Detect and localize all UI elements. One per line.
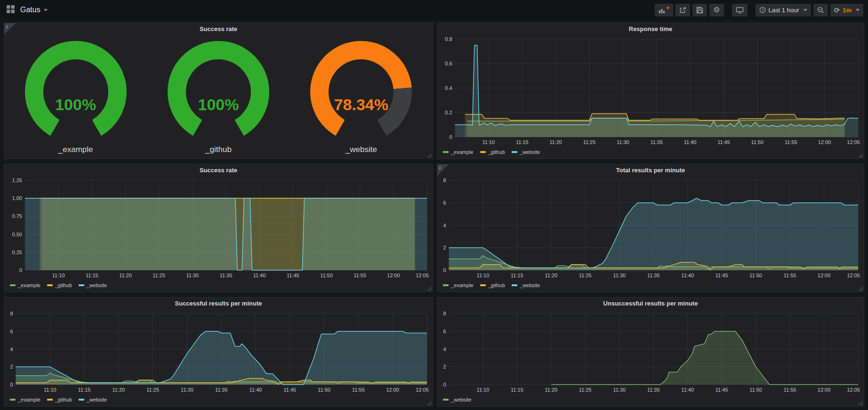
y-axis-label: 6 [10, 329, 13, 334]
x-axis-label: 11:55 [352, 387, 365, 393]
y-axis-label: 8 [443, 177, 446, 183]
legend-label: _example [18, 282, 40, 288]
refresh-interval-label: 1m [843, 7, 852, 14]
settings-button[interactable]: ⚙ [709, 4, 723, 16]
legend-item-_website[interactable]: _website [512, 282, 540, 288]
navbar-left: Gatus [0, 5, 48, 15]
gauge-value: 78.34% [310, 96, 412, 114]
panel-title[interactable]: Unsuccessful results per minute [437, 297, 864, 309]
legend-swatch [79, 284, 84, 286]
y-axis-label: 0.50 [12, 232, 22, 237]
zoom-out-button[interactable] [813, 4, 828, 16]
y-axis-label: 2 [443, 245, 446, 250]
dashboard-grid-icon[interactable] [7, 5, 15, 15]
y-axis-label: 8 [443, 311, 446, 316]
y-axis-label: 6 [443, 329, 446, 334]
panel-resize-handle[interactable] [427, 287, 431, 290]
x-axis-label: 12:05 [847, 387, 860, 393]
legend-item-_website[interactable]: _website [79, 397, 107, 402]
time-range-button[interactable]: Last 1 hour [755, 4, 811, 16]
legend-item-_github[interactable]: _github [480, 149, 505, 155]
chart-canvas[interactable]: 0246811:1011:1511:2011:2511:3011:3511:40… [439, 309, 862, 394]
legend-item-_github[interactable]: _github [47, 397, 72, 402]
tv-mode-button[interactable] [732, 4, 747, 16]
legend-label: _website [87, 397, 107, 402]
panel-success-rate-gauges: i Success rate 100% _example 100% _githu… [4, 23, 433, 159]
x-axis-label: 11:50 [320, 273, 333, 278]
x-axis-label: 11:15 [78, 387, 91, 393]
panel-title[interactable]: Total results per minute [437, 164, 864, 176]
chart-area[interactable]: 0246811:1011:1511:2011:2511:3011:3511:40… [439, 176, 862, 280]
y-axis-label: 0.25 [12, 249, 22, 255]
save-button[interactable] [692, 4, 707, 16]
panel-resize-handle[interactable] [427, 401, 431, 405]
legend-label: _website [520, 149, 540, 155]
panel-resize-handle[interactable] [859, 153, 862, 157]
gauge-arc: 78.34% [310, 41, 412, 143]
chart-area[interactable]: 00.250.500.751.001.2511:1011:1511:2011:2… [6, 176, 431, 280]
panel-resize-handle[interactable] [859, 401, 862, 405]
y-axis-label: 4 [443, 346, 446, 352]
x-axis-label: 12:05 [416, 387, 429, 393]
time-range-caret-icon [804, 9, 807, 11]
legend-item-_github[interactable]: _github [47, 282, 72, 288]
panel-title[interactable]: Success rate [4, 23, 433, 34]
chart-canvas[interactable]: 0246811:1011:1511:2011:2511:3011:3511:40… [439, 176, 862, 280]
dashboard-title[interactable]: Gatus [20, 6, 40, 14]
legend-label: _github [488, 149, 505, 155]
chart-area[interactable]: 0246811:1011:1511:2011:2511:3011:3511:40… [6, 309, 431, 394]
panel-title[interactable]: Response time [437, 23, 864, 34]
panel-info-icon[interactable]: i [4, 23, 16, 34]
x-axis-label: 11:50 [751, 139, 764, 145]
legend-item-_website[interactable]: _website [512, 149, 540, 155]
x-axis-label: 11:10 [482, 139, 495, 145]
legend-item-_example[interactable]: _example [10, 282, 40, 288]
x-axis-label: 11:25 [579, 273, 592, 278]
add-panel-button[interactable]: + [655, 4, 674, 16]
panel-resize-handle[interactable] [859, 287, 862, 290]
y-axis-label: 8 [10, 311, 13, 316]
legend-swatch [10, 399, 16, 401]
chart-area[interactable]: 0246811:1011:1511:2011:2511:3011:3511:40… [439, 309, 862, 394]
share-button[interactable] [675, 4, 690, 16]
chart-canvas[interactable]: 00.20.40.60.811:1011:1511:2011:2511:3011… [439, 34, 862, 146]
legend-label: _github [488, 282, 505, 288]
legend-item-_example[interactable]: _example [443, 149, 474, 155]
clock-icon [759, 7, 766, 13]
chart-canvas[interactable]: 00.250.500.751.001.2511:1011:1511:2011:2… [6, 176, 431, 280]
legend-item-_website[interactable]: _website [443, 397, 471, 402]
legend-item-_example[interactable]: _example [443, 282, 474, 288]
chart-area[interactable]: 00.20.40.60.811:1011:1511:2011:2511:3011… [439, 34, 862, 146]
x-axis-label: 11:55 [354, 273, 366, 278]
panel-success-rate-graph: Success rate 00.250.500.751.001.2511:101… [4, 164, 433, 292]
refresh-button[interactable]: ⟳ 1m [830, 4, 863, 16]
x-axis-label: 11:40 [681, 387, 694, 393]
panel-title[interactable]: Successful results per minute [4, 297, 433, 309]
x-axis-label: 11:10 [52, 273, 65, 278]
series-area-_website [551, 331, 858, 385]
chart-legend: _example _github _website [10, 281, 113, 289]
panel-resize-handle[interactable] [427, 153, 431, 157]
x-axis-label: 11:20 [549, 139, 562, 145]
x-axis-label: 12:05 [847, 139, 860, 145]
x-axis-label: 12:00 [387, 273, 400, 278]
panel-info-icon[interactable]: i [437, 164, 449, 176]
x-axis-label: 11:15 [86, 273, 98, 278]
legend-label: _website [451, 397, 471, 402]
dashboard-caret-icon[interactable] [44, 9, 48, 11]
panel-title[interactable]: Success rate [4, 164, 433, 176]
legend-item-_github[interactable]: _github [480, 282, 505, 288]
x-axis-label: 11:15 [516, 139, 529, 145]
panel-unsuccessful-results: Unsuccessful results per minute 0246811:… [437, 297, 864, 407]
gauge-hole [329, 59, 394, 124]
x-axis-label: 11:20 [113, 387, 125, 393]
legend-item-_website[interactable]: _website [79, 282, 107, 288]
gauge-label: _example [58, 145, 93, 154]
refresh-caret-icon [856, 9, 860, 11]
x-axis-label: 11:45 [287, 273, 299, 278]
x-axis-label: 11:40 [253, 273, 266, 278]
legend-item-_example[interactable]: _example [10, 397, 40, 402]
chart-canvas[interactable]: 0246811:1011:1511:2011:2511:3011:3511:40… [6, 309, 431, 394]
y-axis-label: 0 [10, 382, 13, 387]
gauge-arc: 100% [25, 41, 127, 143]
